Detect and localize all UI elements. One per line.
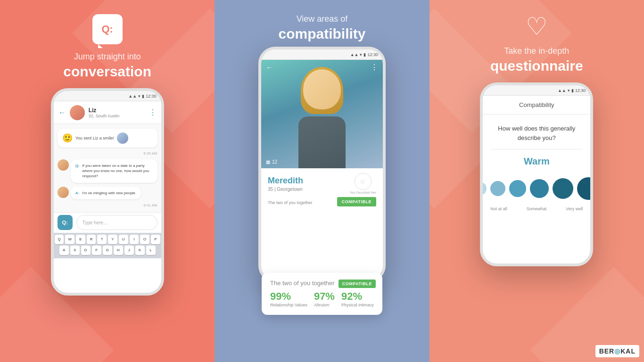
chat-avatar [70,105,85,120]
key-y[interactable]: Y [108,235,117,244]
heart-icon: ♡ [526,13,548,40]
quest-labels: Not at all Somewhat Very well [490,206,583,211]
msg-time-2: 9:41 AM [58,203,157,207]
compat-card: COMPATIBLE The two of you together 99% R… [262,273,382,315]
watermark: BER◎KAL [595,345,639,357]
wifi-icon-3: ▾ [568,88,570,93]
quest-header: Compatibility [483,96,590,115]
compat-metric-2: 97% Altruism [314,290,335,308]
key-h[interactable]: H [114,246,123,255]
quest-circles [480,177,593,200]
profile-age: 35 [268,187,273,192]
signal-icon: ▲▲ [128,94,137,99]
circle-6[interactable] [577,177,593,200]
key-g[interactable]: G [103,246,112,255]
compat-pct-3: 92% [341,290,362,303]
battery-icon-2: ▮ [363,52,366,57]
profile-photo: ← ⋮ ▦ 12 [261,60,383,168]
favorite-button[interactable]: ☆ [355,173,372,190]
time-display: 12:30 [146,94,157,99]
key-a[interactable]: A [59,246,69,255]
profile-dots-icon[interactable]: ⋮ [371,63,378,72]
q-label: Q: [75,163,80,179]
phone-mockup-3: ▲▲ ▾ ▮ 12:30 Compatibility How well does… [480,82,593,266]
q-icon-wrapper: Q: [92,14,123,44]
q-message: Q: If you were taken on a date to a part… [71,159,157,183]
battery-icon: ▮ [142,94,144,99]
chat-input-area: Q: Type here... [54,212,161,233]
key-e[interactable]: E [76,235,85,244]
key-r[interactable]: R [87,235,96,244]
key-j[interactable]: J [124,246,134,255]
received-avatar-q [58,159,69,171]
compat-pct-1: 99% [270,290,291,303]
photo-count-text: 12 [272,159,277,165]
key-q[interactable]: Q [55,235,64,244]
key-w[interactable]: W [65,235,74,244]
dots-menu-icon[interactable]: ⋮ [149,108,157,117]
back-arrow-icon[interactable]: ← [58,108,66,117]
chat-header: ← Liz 32, South Austin ⋮ [54,101,161,124]
wifi-icon: ▾ [138,94,140,99]
watermark-text: BER◎KAL [599,347,636,355]
key-i[interactable]: I [130,235,139,244]
compat-metric-1: 99% Relationship Values [270,290,307,308]
profile-name: Meredith [268,176,303,186]
key-f[interactable]: F [92,246,101,255]
smile-message: 🙂 You sent Liz a smile! [58,129,157,148]
panel3-title: questionnaire [490,58,583,74]
status-bar-1: ▲▲ ▾ ▮ 12:30 [54,91,161,101]
profile-bottom-row: The two of you together COMPATIBLE [268,197,376,206]
chat-input-box[interactable]: Type here... [76,215,157,230]
quest-title: Compatibility [519,101,554,108]
panel-compatibility: View areas of compatibility ▲▲ ▾ ▮ 12:30… [215,0,429,362]
circle-2[interactable] [490,181,505,196]
phone-mockup-1: ▲▲ ▾ ▮ 12:30 ← Liz 32, South Austin ⋮ 🙂 … [51,88,164,296]
q-icon-text: Q: [101,23,113,35]
profile-desc: The two of you together [268,200,313,205]
person-body-group [280,65,364,168]
panel2-title: compatibility [278,26,365,42]
key-d[interactable]: D [81,246,91,255]
a-label: A: [75,190,79,196]
circle-5[interactable] [553,178,573,199]
compat-label-1: Relationship Values [270,303,307,308]
favorite-group: ☆ You Favorited Her [350,173,376,194]
profile-name-group: Meredith 35 | Georgetown [268,176,303,192]
key-o[interactable]: O [140,235,149,244]
sent-avatar [117,132,128,144]
circle-1[interactable] [480,182,487,195]
key-t[interactable]: T [97,235,107,244]
panel3-subtitle: Take the in-depth [504,46,569,56]
q-button-small[interactable]: Q: [58,215,73,230]
keyboard-row-2: A S D F G H J K L [55,246,160,255]
keyboard-row-1: Q W E R T Y U I O P [55,235,160,244]
key-p[interactable]: P [151,235,160,244]
signal-icon-3: ▲▲ [558,88,566,93]
key-l[interactable]: L [146,246,156,255]
circle-3[interactable] [509,180,526,197]
quest-divider [490,149,583,149]
profile-age-loc: 35 | Georgetown [268,187,303,192]
circle-4[interactable] [530,179,549,198]
compat-pct-2: 97% [314,290,335,303]
q-icon: Q: [92,14,123,44]
phone-mockup-2: ▲▲ ▾ ▮ 12:30 ← ⋮ ▦ 12 [258,47,386,282]
profile-info: Meredith 35 | Georgetown ☆ You Favorited… [261,168,383,210]
a-message: A: I'm ok mingling with new people. [71,187,141,199]
person-body [298,116,346,168]
key-k[interactable]: K [135,246,145,255]
time-display-2: 12:30 [367,52,378,57]
chat-user-sub: 32, South Austin [89,114,145,118]
profile-back-icon[interactable]: ← [266,64,272,71]
panel2-subtitle: View areas of [297,14,348,24]
signal-icon-2: ▲▲ [350,52,359,57]
smile-text: You sent Liz a smile! [75,136,114,140]
key-u[interactable]: U [119,235,128,244]
heart-icon-wrapper: ♡ [526,14,548,39]
person-head [303,69,341,109]
key-s[interactable]: S [70,246,80,255]
q-text: If you were taken on a date to a party w… [83,163,153,179]
time-display-3: 12:30 [575,88,586,93]
q-message-row: Q: If you were taken on a date to a part… [58,159,157,183]
